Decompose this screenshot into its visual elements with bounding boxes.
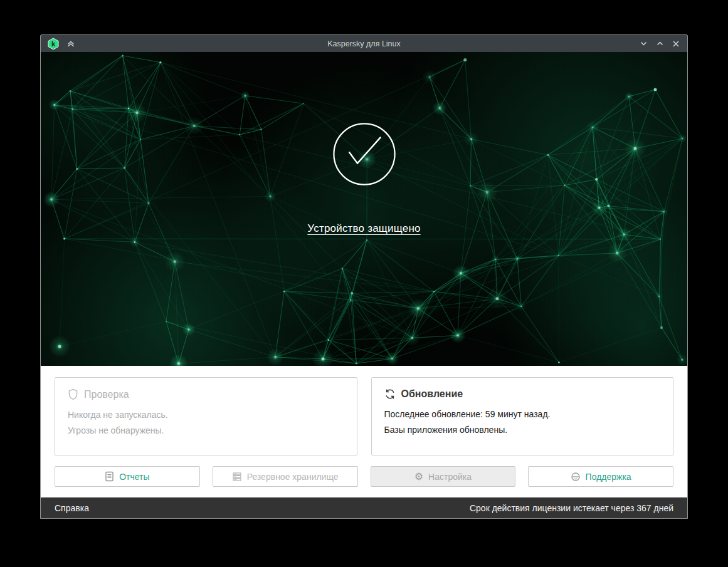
reports-button-label: Отчеты	[119, 472, 149, 482]
svg-text:k: k	[51, 40, 56, 48]
scan-threats-line: Угрозы не обнаружены.	[68, 423, 344, 439]
main-content: Проверка Никогда не запускалась. Угрозы …	[41, 366, 687, 497]
gear-icon: ⚙	[414, 472, 423, 482]
report-icon	[105, 471, 114, 482]
app-window: k Kaspersky для Linux	[40, 34, 688, 519]
support-button-label: Поддержка	[586, 472, 631, 482]
storage-icon	[232, 472, 242, 482]
backup-storage-button-label: Резервное хранилище	[247, 472, 339, 482]
hero-banner: Устройство защищено	[41, 52, 687, 366]
update-last-line: Последнее обновление: 59 минут назад.	[384, 407, 661, 422]
window-title: Kaspersky для Linux	[41, 39, 687, 48]
protection-status-link[interactable]: Устройство защищено	[307, 222, 420, 235]
update-card-title: Обновление	[401, 388, 463, 400]
scan-status-line: Никогда не запускалась.	[68, 407, 344, 423]
support-button[interactable]: Поддержка	[528, 466, 673, 487]
close-icon[interactable]	[671, 39, 681, 49]
minimize-button[interactable]	[638, 39, 648, 49]
protected-check-icon	[330, 120, 399, 191]
shield-icon	[68, 388, 78, 400]
headset-icon	[571, 472, 581, 482]
settings-button[interactable]: ⚙ Настройка	[371, 466, 516, 487]
update-db-line: Базы приложения обновлены.	[384, 422, 661, 438]
update-card[interactable]: Обновление Последнее обновление: 59 мину…	[371, 377, 674, 455]
scan-card[interactable]: Проверка Никогда не запускалась. Угрозы …	[55, 377, 357, 455]
scan-card-title: Проверка	[84, 389, 129, 400]
kaspersky-logo-icon: k	[47, 38, 60, 50]
reports-button[interactable]: Отчеты	[55, 466, 200, 487]
help-link[interactable]: Справка	[55, 503, 89, 513]
statusbar: Справка Срок действия лицензии истекает …	[41, 497, 687, 518]
maximize-button[interactable]	[655, 39, 665, 49]
license-status: Срок действия лицензии истекает через 36…	[470, 503, 673, 513]
backup-storage-button: Резервное хранилище	[213, 466, 358, 487]
keep-above-icon[interactable]	[66, 39, 76, 49]
settings-button-label: Настройка	[428, 472, 472, 482]
titlebar: k Kaspersky для Linux	[41, 35, 687, 52]
sync-icon	[384, 388, 396, 400]
